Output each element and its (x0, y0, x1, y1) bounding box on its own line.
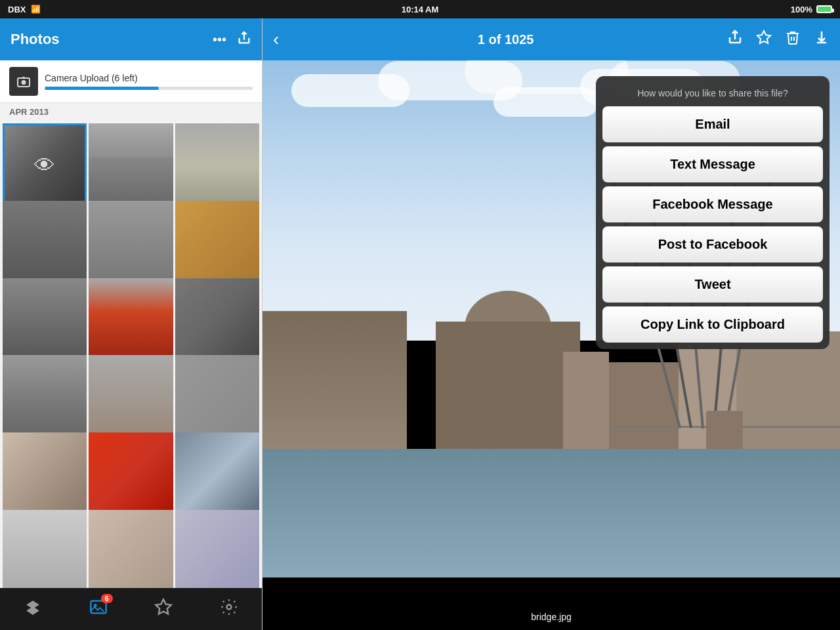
upload-info: Camera Upload (6 left) (45, 73, 253, 90)
photo-cell-11[interactable] (89, 355, 173, 439)
photo-viewer-panel: ‹ 1 of 1025 (262, 18, 840, 630)
back-button[interactable]: ‹ (273, 29, 279, 50)
battery-indicator (816, 5, 832, 13)
battery-percent: 100% (791, 5, 812, 14)
camera-upload-bar: Camera Upload (6 left) (0, 60, 262, 103)
photo-cell-10[interactable] (3, 355, 87, 439)
facebook-message-button[interactable]: Facebook Message (602, 186, 823, 222)
svg-point-6 (227, 605, 232, 610)
right-header-actions (727, 30, 830, 49)
photo-cell-16[interactable] (3, 510, 87, 588)
download-button[interactable] (814, 30, 830, 49)
star-button[interactable] (756, 30, 772, 49)
favorites-tab-button[interactable] (154, 598, 173, 620)
wifi-icon: 📶 (31, 5, 41, 14)
upload-progress-fill (45, 87, 159, 90)
photo-cell-5[interactable] (89, 201, 173, 285)
photo-cell-18[interactable] (175, 510, 259, 588)
upload-progress-bar (45, 87, 253, 90)
photo-cell-8[interactable] (89, 278, 173, 362)
photo-cell-15[interactable] (175, 432, 259, 516)
tweet-button[interactable]: Tweet (602, 266, 823, 303)
main-layout: Photos ••• (0, 18, 840, 630)
photo-cell-9[interactable] (175, 278, 259, 362)
photo-cell-1[interactable]: 👁 (3, 123, 87, 207)
photo-cell-12[interactable] (175, 355, 259, 439)
svg-marker-5 (156, 599, 171, 614)
left-header-icons: ••• (213, 31, 251, 49)
share-popup-title: How would you like to share this file? (602, 83, 823, 106)
text-message-button[interactable]: Text Message (602, 146, 823, 182)
photo-counter-title: 1 of 1025 (478, 32, 534, 47)
photo-cell-14[interactable] (89, 432, 173, 516)
photo-cell-13[interactable] (3, 432, 87, 516)
svg-point-2 (22, 80, 26, 85)
photos-badge: 6 (101, 594, 113, 603)
more-button[interactable]: ••• (213, 32, 226, 47)
right-header: ‹ 1 of 1025 (262, 18, 840, 60)
left-header: Photos ••• (0, 18, 262, 60)
photo-cell-2[interactable] (89, 123, 173, 207)
left-panel: Photos ••• (0, 18, 262, 630)
photo-cell-4[interactable] (3, 201, 87, 285)
photo-cell-3[interactable] (175, 123, 259, 207)
right-header-left: ‹ (273, 29, 284, 50)
photo-grid: 👁 (0, 121, 262, 588)
share-button[interactable] (237, 31, 251, 49)
date-section-header: APR 2013 (0, 103, 262, 121)
copy-link-button[interactable]: Copy Link to Clipboard (602, 306, 823, 343)
photo-cell-7[interactable] (3, 278, 87, 362)
email-button[interactable]: Email (602, 106, 823, 142)
time-label: 10:14 AM (402, 5, 439, 14)
photos-title: Photos (10, 31, 60, 48)
svg-marker-8 (757, 31, 770, 43)
upload-thumbnail (9, 67, 38, 96)
share-popup: How would you like to share this file? E… (596, 76, 830, 349)
dropbox-tab-button[interactable] (24, 598, 42, 620)
upload-label: Camera Upload (6 left) (45, 73, 253, 83)
photo-cell-6[interactable] (175, 201, 259, 285)
carrier-label: DBX (8, 5, 26, 14)
photos-tab-button[interactable]: 6 (89, 598, 108, 620)
filename-label: bridge.jpg (531, 612, 572, 622)
filename-bar: bridge.jpg (262, 604, 840, 630)
photo-cell-17[interactable] (89, 510, 173, 588)
delete-button[interactable] (785, 30, 801, 49)
bottom-navigation-bar: 6 (0, 588, 262, 630)
settings-tab-button[interactable] (220, 598, 238, 620)
share-action-button[interactable] (727, 30, 743, 49)
eye-icon: 👁 (34, 154, 55, 178)
status-bar: DBX 📶 10:14 AM 100% (0, 0, 840, 18)
post-to-facebook-button[interactable]: Post to Facebook (602, 226, 823, 262)
